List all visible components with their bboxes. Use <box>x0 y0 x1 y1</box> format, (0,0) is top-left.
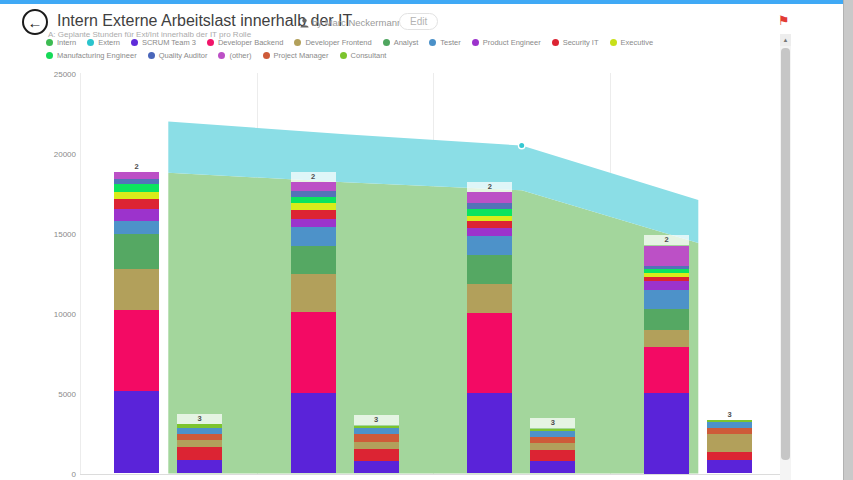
scroll-up-icon[interactable]: ▲ <box>780 34 791 46</box>
bar-segment-developer-backend[interactable] <box>644 347 689 393</box>
bar-segment-developer-frontend[interactable] <box>114 269 159 310</box>
stacked-bar-group3-2 <box>467 192 512 473</box>
y-axis-tick-label: 5000 <box>42 390 76 399</box>
window-edge <box>843 0 853 480</box>
bar-segment-tester[interactable] <box>291 227 336 246</box>
bar-segment-analyst[interactable] <box>291 246 336 275</box>
stacked-bar-group2-2 <box>291 182 336 473</box>
bar-segment-security-it[interactable] <box>177 447 222 460</box>
bar-segment-scrum-team-3[interactable] <box>114 391 159 473</box>
bar-count-label: 3 <box>177 414 222 424</box>
bar-segment-developer-frontend[interactable] <box>467 284 512 313</box>
export-flag-icon[interactable]: ⚑ <box>778 13 790 28</box>
bar-count-label: 3 <box>530 418 575 428</box>
bar-segment-analyst[interactable] <box>644 309 689 330</box>
bar-segment-security-it[interactable] <box>707 452 752 461</box>
bar-segment-analyst[interactable] <box>114 234 159 269</box>
stacked-bar-group4-3 <box>707 420 752 473</box>
bar-segment-scrum-team-3[interactable] <box>707 460 752 473</box>
bar-count-label: 3 <box>707 410 752 420</box>
y-axis-tick-label: 0 <box>42 470 76 479</box>
bar-segment-tester[interactable] <box>644 290 689 309</box>
gridline-vertical <box>80 73 81 474</box>
bar-segment-security-it[interactable] <box>467 221 512 228</box>
bar-segment-project-manager[interactable] <box>530 437 575 444</box>
bar-segment-product-engineer[interactable] <box>291 219 336 227</box>
gridline-vertical <box>433 73 434 474</box>
bar-segment-developer-frontend[interactable] <box>177 440 222 447</box>
bar-segment-analyst[interactable] <box>467 255 512 283</box>
bar-segment-manufacturing-engineer[interactable] <box>114 184 159 192</box>
bar-segment--other-[interactable] <box>291 182 336 191</box>
bar-segment-developer-frontend[interactable] <box>530 443 575 450</box>
bar-segment-manufacturing-engineer[interactable] <box>467 209 512 216</box>
bar-segment-security-it[interactable] <box>114 199 159 209</box>
bar-segment-scrum-team-3[interactable] <box>291 393 336 474</box>
bar-segment-product-engineer[interactable] <box>114 209 159 221</box>
area-point-marker[interactable] <box>519 142 525 148</box>
x-axis-line <box>80 474 787 475</box>
stacked-bar-group4-2 <box>644 246 689 474</box>
bar-segment-scrum-team-3[interactable] <box>644 393 689 474</box>
bar-segment-project-manager[interactable] <box>707 428 752 435</box>
bar-segment-security-it[interactable] <box>530 450 575 461</box>
stacked-bar-group2-3 <box>354 426 399 474</box>
y-axis-tick-label: 25000 <box>42 70 76 79</box>
bar-segment-developer-backend[interactable] <box>467 313 512 393</box>
bar-segment-executive[interactable] <box>291 203 336 210</box>
bar-segment-scrum-team-3[interactable] <box>177 460 222 473</box>
bar-segment-tester[interactable] <box>467 236 512 255</box>
stacked-bar-group1-2 <box>114 172 159 473</box>
gridline-vertical <box>610 73 611 474</box>
scrollbar-thumb[interactable] <box>781 48 790 460</box>
bar-segment-scrum-team-3[interactable] <box>467 393 512 474</box>
bar-segment-developer-backend[interactable] <box>291 312 336 393</box>
bar-segment-developer-frontend[interactable] <box>291 274 336 312</box>
stacked-bar-group3-3 <box>530 429 575 474</box>
bar-segment-scrum-team-3[interactable] <box>530 461 575 473</box>
bar-segment-developer-frontend[interactable] <box>707 434 752 451</box>
y-axis-tick-label: 10000 <box>42 310 76 319</box>
bar-segment-security-it[interactable] <box>354 449 399 461</box>
y-axis-tick-label: 15000 <box>42 230 76 239</box>
bar-segment-product-engineer[interactable] <box>467 228 512 237</box>
bar-segment-developer-backend[interactable] <box>114 310 159 392</box>
bar-segment-scrum-team-3[interactable] <box>354 461 399 473</box>
bar-segment-developer-frontend[interactable] <box>354 442 399 449</box>
bar-segment-product-engineer[interactable] <box>644 281 689 289</box>
bar-segment-tester[interactable] <box>114 221 159 234</box>
bar-segment-project-manager[interactable] <box>354 434 399 442</box>
bar-count-label: 2 <box>114 162 159 172</box>
bar-count-label: 2 <box>467 182 512 192</box>
bar-count-label: 2 <box>644 235 689 245</box>
bar-segment--other-[interactable] <box>467 192 512 203</box>
bar-count-label: 3 <box>354 415 399 425</box>
bar-segment-security-it[interactable] <box>291 210 336 219</box>
y-axis-tick-label: 20000 <box>42 150 76 159</box>
stacked-bar-group1-3 <box>177 424 222 473</box>
scrollbar-track[interactable]: ▲ <box>780 34 791 480</box>
bar-segment-developer-frontend[interactable] <box>644 330 689 347</box>
bar-count-label: 2 <box>291 172 336 182</box>
gridline-vertical <box>257 73 258 474</box>
chart-canvas: 050001000015000200002500022223333 <box>0 0 853 480</box>
bar-segment--other-[interactable] <box>644 246 689 267</box>
